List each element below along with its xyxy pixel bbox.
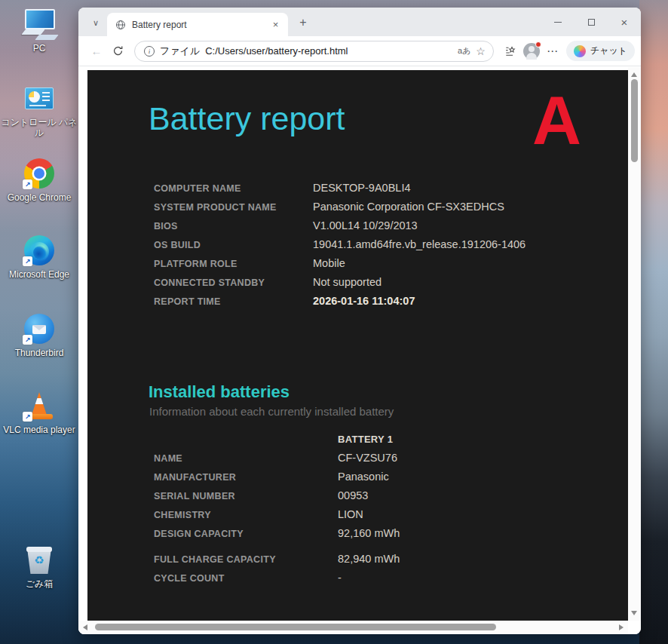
horizontal-scroll-thumb[interactable] bbox=[95, 624, 496, 630]
desktop-icon-chrome[interactable]: ↗ Google Chrome bbox=[0, 157, 78, 204]
desktop-icon-pc[interactable]: PC bbox=[0, 8, 78, 54]
scroll-up-arrow-icon[interactable] bbox=[631, 72, 637, 77]
shortcut-arrow-icon: ↗ bbox=[23, 412, 32, 422]
minimize-icon bbox=[554, 22, 562, 23]
more-menu-button[interactable]: ⋯ bbox=[542, 41, 563, 62]
scroll-left-arrow-icon[interactable] bbox=[83, 624, 87, 630]
desktop-icon-label: PC bbox=[33, 44, 46, 54]
horizontal-scrollbar[interactable] bbox=[78, 621, 628, 634]
desktop-icon-label: コントロール パネル bbox=[0, 118, 78, 139]
browser-window: ∨ Battery report × + × ← i ファイル C:/Use bbox=[78, 8, 641, 634]
profile-button[interactable] bbox=[521, 41, 542, 62]
battery-report-page: Battery report A COMPUTER NAME DESKTOP-9… bbox=[87, 70, 628, 621]
minimize-button[interactable] bbox=[541, 8, 575, 36]
vertical-scroll-thumb[interactable] bbox=[631, 79, 638, 162]
favorites-hub-button[interactable] bbox=[500, 41, 521, 62]
table-row: BIOS V1.00L14 10/29/2013 bbox=[87, 219, 628, 238]
profile-avatar-icon bbox=[523, 43, 540, 60]
system-info-table: COMPUTER NAME DESKTOP-9A0BLI4 SYSTEM PRO… bbox=[87, 182, 628, 314]
table-row: CONNECTED STANDBY Not supported bbox=[87, 276, 628, 295]
table-row: NAME CF-VZSU76 bbox=[87, 452, 628, 471]
recycle-symbol-icon: ♻ bbox=[26, 554, 53, 567]
wallpaper-right-strip bbox=[639, 0, 668, 644]
table-row: COMPUTER NAME DESKTOP-9A0BLI4 bbox=[87, 182, 628, 201]
page-info-icon[interactable]: i bbox=[144, 46, 155, 57]
table-row: FULL CHARGE CAPACITY 82,940 mWh bbox=[87, 553, 628, 572]
globe-icon bbox=[115, 20, 126, 30]
table-row: MANUFACTURER Panasonic bbox=[87, 471, 628, 489]
shortcut-arrow-icon: ↗ bbox=[23, 179, 32, 189]
recycle-bin-icon: ♻ bbox=[22, 543, 57, 576]
scroll-down-arrow-icon[interactable] bbox=[631, 611, 637, 615]
tab-search-chevron-icon[interactable]: ∨ bbox=[86, 13, 106, 32]
desktop-icon-label: Thunderbird bbox=[15, 348, 64, 359]
chrome-icon: ↗ bbox=[22, 157, 57, 190]
desktop-icon-label: Google Chrome bbox=[8, 193, 72, 204]
refresh-icon bbox=[112, 45, 124, 57]
desktop-icon-edge[interactable]: ↗ Microsoft Edge bbox=[0, 234, 78, 281]
browser-viewport: Battery report A COMPUTER NAME DESKTOP-9… bbox=[78, 67, 641, 634]
add-favorite-star-icon[interactable]: ☆ bbox=[476, 45, 486, 57]
section-subtitle: Information about each currently install… bbox=[149, 405, 394, 418]
control-panel-icon bbox=[22, 81, 57, 115]
browser-toolbar: ← i ファイル C:/Users/user/battery-report.ht… bbox=[78, 36, 641, 66]
table-row: PLATFORM ROLE Mobile bbox=[87, 257, 628, 276]
vertical-scrollbar[interactable] bbox=[628, 67, 641, 621]
thunderbird-icon: ↗ bbox=[22, 312, 57, 345]
tab-close-icon[interactable]: × bbox=[269, 18, 282, 31]
battery-info-table: NAME CF-VZSU76 MANUFACTURER Panasonic SE… bbox=[87, 452, 628, 590]
protocol-label: ファイル bbox=[160, 44, 200, 58]
section-heading: Installed batteries bbox=[149, 382, 290, 402]
address-bar[interactable]: i ファイル C:/Users/user/battery-report.html… bbox=[134, 41, 494, 62]
favorites-hub-icon bbox=[504, 45, 516, 57]
pc-icon bbox=[22, 8, 57, 41]
copilot-chat-button[interactable]: チャット bbox=[566, 41, 635, 61]
table-row: OS BUILD 19041.1.amd64fre.vb_release.191… bbox=[87, 238, 628, 257]
shortcut-arrow-icon: ↗ bbox=[23, 335, 32, 345]
tab-battery-report[interactable]: Battery report × bbox=[107, 13, 288, 36]
table-row: SYSTEM PRODUCT NAME Panasonic Corporatio… bbox=[87, 201, 628, 219]
chat-button-label: チャット bbox=[590, 44, 627, 57]
copilot-icon bbox=[574, 45, 586, 57]
desktop-icon-control-panel[interactable]: コントロール パネル bbox=[0, 81, 78, 139]
translate-icon[interactable]: aあ bbox=[458, 45, 470, 57]
maximize-button[interactable] bbox=[575, 8, 608, 36]
table-row: REPORT TIME 2026-01-16 11:04:07 bbox=[87, 295, 628, 314]
table-row: SERIAL NUMBER 00953 bbox=[87, 489, 628, 508]
desktop-icon-label: VLC media player bbox=[3, 425, 75, 436]
desktop-icon-vlc[interactable]: ↗ VLC media player bbox=[0, 389, 78, 436]
edge-icon: ↗ bbox=[22, 234, 57, 267]
back-button[interactable]: ← bbox=[86, 41, 107, 62]
tab-strip: ∨ Battery report × + × bbox=[78, 8, 641, 36]
desktop-icon-label: Microsoft Edge bbox=[9, 270, 69, 281]
desktop-icon-recycle-bin[interactable]: ♻ ごみ箱 bbox=[0, 543, 78, 590]
table-row: CYCLE COUNT - bbox=[87, 572, 628, 590]
battery-column-header: BATTERY 1 bbox=[338, 434, 393, 445]
table-row: CHEMISTRY LION bbox=[87, 508, 628, 527]
window-close-button[interactable]: × bbox=[608, 8, 641, 36]
desktop-icon-label: ごみ箱 bbox=[26, 579, 54, 590]
tab-title: Battery report bbox=[132, 20, 263, 30]
vlc-icon: ↗ bbox=[22, 389, 57, 422]
scroll-right-arrow-icon[interactable] bbox=[619, 624, 624, 630]
maximize-icon bbox=[588, 19, 595, 26]
watermark-letter: A bbox=[532, 87, 581, 155]
page-title: Battery report bbox=[149, 100, 345, 137]
refresh-button[interactable] bbox=[107, 41, 128, 62]
shortcut-arrow-icon: ↗ bbox=[23, 256, 32, 266]
desktop-icon-thunderbird[interactable]: ↗ Thunderbird bbox=[0, 312, 78, 359]
table-row: DESIGN CAPACITY 92,160 mWh bbox=[87, 527, 628, 546]
url-text[interactable]: C:/Users/user/battery-report.html bbox=[205, 45, 452, 57]
new-tab-button[interactable]: + bbox=[293, 13, 313, 32]
notification-dot bbox=[535, 41, 541, 48]
